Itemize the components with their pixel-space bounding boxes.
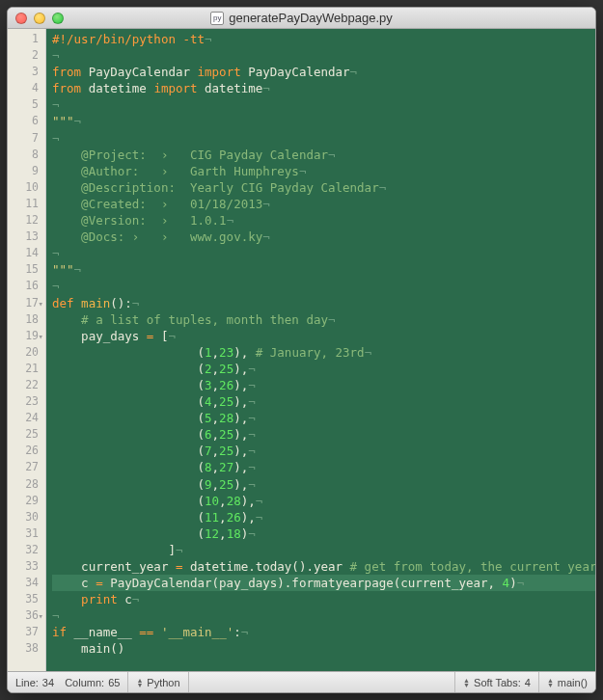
code-line[interactable]: main() (52, 640, 595, 657)
code-line[interactable]: ¬ (52, 245, 595, 261)
symbol-selector[interactable]: ▲▼ main() (539, 672, 595, 692)
code-line[interactable]: from PayDayCalendar import PayDayCalenda… (52, 64, 595, 80)
line-number[interactable]: 19 (8, 328, 42, 344)
code-line[interactable]: (10,28),¬ (52, 493, 595, 509)
line-number[interactable]: 13 (8, 229, 42, 245)
code-line[interactable]: (12,18)¬ (52, 525, 595, 542)
code-line[interactable]: from datetime import datetime¬ (52, 80, 595, 96)
code-line[interactable]: ]¬ (52, 542, 595, 558)
line-number[interactable]: 27 (8, 459, 42, 475)
line-number[interactable]: 35 (8, 591, 42, 607)
traffic-lights (8, 13, 64, 24)
minimize-icon[interactable] (34, 13, 45, 24)
line-number[interactable]: 33 (8, 558, 42, 575)
line-number[interactable]: 9 (8, 163, 42, 179)
close-icon[interactable] (15, 13, 27, 24)
code-line[interactable]: @Created: › 01/18/2013¬ (52, 196, 595, 212)
line-number[interactable]: 2 (8, 47, 42, 64)
code-line[interactable]: c = PayDayCalendar(pay_days).formatyearp… (52, 575, 595, 591)
code-line[interactable]: #!/usr/bin/python -tt¬ (52, 31, 595, 47)
code-line[interactable]: if __name__ == '__main__':¬ (52, 624, 595, 640)
code-line[interactable]: ¬ (52, 607, 595, 624)
cursor-position[interactable]: Line: 34 Column: 65 (8, 672, 128, 692)
soft-tabs-selector[interactable]: ▲▼ Soft Tabs: 4 (455, 672, 539, 692)
line-number[interactable]: 5 (8, 96, 42, 113)
line-number[interactable]: 17 (8, 295, 42, 311)
code-line[interactable]: @Project: › CIG Payday Calendar¬ (52, 147, 595, 163)
code-line[interactable]: print c¬ (52, 591, 595, 607)
updown-icon: ▲▼ (463, 678, 470, 687)
line-number[interactable]: 15 (8, 261, 42, 278)
code-line[interactable]: current_year = datetime.today().year # g… (52, 558, 595, 575)
zoom-icon[interactable] (52, 13, 64, 24)
window-title: py generatePayDayWebpage.py (8, 11, 595, 25)
line-number[interactable]: 32 (8, 542, 42, 558)
line-number[interactable]: 18 (8, 311, 42, 328)
updown-icon: ▲▼ (136, 678, 143, 687)
code-line[interactable]: """¬ (52, 113, 595, 129)
code-line[interactable]: @Description: Yearly CIG Payday Calendar… (52, 179, 595, 196)
updown-icon: ▲▼ (547, 678, 554, 687)
code-line[interactable]: (4,25),¬ (52, 393, 595, 410)
code-line[interactable]: (2,25),¬ (52, 361, 595, 377)
line-number[interactable]: 20 (8, 344, 42, 361)
line-number[interactable]: 38 (8, 640, 42, 657)
line-number[interactable]: 24 (8, 410, 42, 426)
file-icon: py (210, 12, 224, 25)
line-number[interactable]: 3 (8, 64, 42, 80)
code-line[interactable]: (6,25),¬ (52, 426, 595, 443)
code-line[interactable]: (1,23), # January, 23rd¬ (52, 344, 595, 361)
code-line[interactable]: ¬ (52, 278, 595, 294)
code-line[interactable]: pay_days = [¬ (52, 328, 595, 344)
code-line[interactable]: @Docs: › › www.gov.ky¬ (52, 229, 595, 245)
line-number[interactable]: 21 (8, 361, 42, 377)
titlebar[interactable]: py generatePayDayWebpage.py (8, 8, 595, 29)
line-number-gutter[interactable]: 1234567891011121314151617181920212223242… (8, 29, 46, 671)
line-number[interactable]: 28 (8, 476, 42, 493)
line-number[interactable]: 16 (8, 278, 42, 294)
line-number[interactable]: 8 (8, 147, 42, 163)
code-line[interactable]: ¬ (52, 96, 595, 113)
col-label: Column: (65, 677, 104, 688)
code-line[interactable]: def main():¬ (52, 295, 595, 311)
line-number[interactable]: 4 (8, 80, 42, 96)
line-number[interactable]: 29 (8, 493, 42, 509)
code-line[interactable]: ¬ (52, 130, 595, 147)
code-line[interactable]: # a list of tuples, month then day¬ (52, 311, 595, 328)
line-number[interactable]: 36 (8, 607, 42, 624)
editor-window: py generatePayDayWebpage.py 123456789101… (7, 7, 596, 693)
editor-area: 1234567891011121314151617181920212223242… (8, 29, 595, 671)
code-area[interactable]: #!/usr/bin/python -tt¬¬from PayDayCalend… (46, 29, 595, 671)
code-line[interactable]: (7,25),¬ (52, 443, 595, 459)
line-number[interactable]: 22 (8, 377, 42, 393)
line-value: 34 (42, 677, 54, 688)
line-number[interactable]: 11 (8, 196, 42, 212)
code-line[interactable]: (8,27),¬ (52, 459, 595, 475)
line-number[interactable]: 14 (8, 245, 42, 261)
line-number[interactable]: 26 (8, 443, 42, 459)
language-selector[interactable]: ▲▼ Python (128, 672, 188, 692)
soft-tabs-label: Soft Tabs: (474, 677, 521, 688)
line-number[interactable]: 31 (8, 525, 42, 542)
code-line[interactable]: (3,26),¬ (52, 377, 595, 393)
line-number[interactable]: 34 (8, 575, 42, 591)
code-line[interactable]: (5,28),¬ (52, 410, 595, 426)
code-line[interactable]: (11,26),¬ (52, 509, 595, 525)
code-line[interactable]: ¬ (52, 47, 595, 64)
soft-tabs-value: 4 (525, 677, 531, 688)
line-number[interactable]: 6 (8, 113, 42, 129)
line-number[interactable]: 23 (8, 393, 42, 410)
line-number[interactable]: 37 (8, 624, 42, 640)
line-number[interactable]: 1 (8, 31, 42, 47)
line-number[interactable]: 10 (8, 179, 42, 196)
language-label: Python (147, 677, 179, 688)
statusbar-spacer (189, 672, 456, 692)
line-number[interactable]: 12 (8, 212, 42, 229)
code-line[interactable]: @Author: › Garth Humphreys¬ (52, 163, 595, 179)
code-line[interactable]: @Version: › 1.0.1¬ (52, 212, 595, 229)
code-line[interactable]: """¬ (52, 261, 595, 278)
line-number[interactable]: 30 (8, 509, 42, 525)
line-number[interactable]: 7 (8, 130, 42, 147)
line-number[interactable]: 25 (8, 426, 42, 443)
code-line[interactable]: (9,25),¬ (52, 476, 595, 493)
